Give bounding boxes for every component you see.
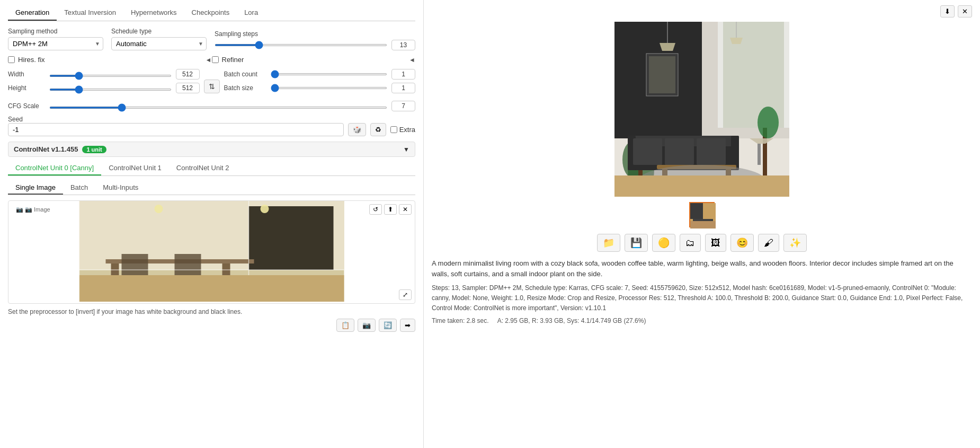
cfg-scale-slider[interactable]: [49, 107, 387, 109]
sampling-steps-slider[interactable]: [215, 44, 387, 46]
refiner-checkbox[interactable]: [212, 56, 219, 63]
sampling-method-dropdown[interactable]: DPM++ 2M ▼: [8, 37, 103, 50]
svg-marker-42: [660, 43, 675, 51]
sampling-steps-label: Sampling steps: [215, 30, 415, 38]
expand-btn[interactable]: ⤢: [399, 289, 412, 300]
schedule-type-label: Schedule type: [111, 28, 207, 35]
right-panel: ⬇ ✕: [424, 0, 980, 448]
refresh-btn[interactable]: ↺: [369, 204, 382, 215]
svg-rect-34: [614, 175, 789, 197]
schedule-type-select[interactable]: Automatic: [111, 37, 207, 50]
sampling-method-group: Sampling method DPM++ 2M ▼: [8, 28, 103, 50]
svg-rect-8: [79, 275, 344, 302]
im-tab-single[interactable]: Single Image: [8, 181, 63, 195]
schedule-type-dropdown[interactable]: Automatic ▼: [111, 37, 207, 50]
cn-tab-unit1[interactable]: ControlNet Unit 1: [101, 161, 169, 175]
svg-point-36: [758, 107, 779, 138]
seed-section: Seed -1 🎲 ♻ Extra: [8, 116, 415, 136]
tab-checkpoints[interactable]: Checkpoints: [184, 5, 237, 21]
refiner-label[interactable]: Refiner: [222, 56, 244, 64]
tab-lora[interactable]: Lora: [237, 5, 265, 21]
refiner-section: Refiner ◄: [212, 56, 416, 64]
batch-count-slider[interactable]: [271, 73, 388, 75]
tab-textual-inversion[interactable]: Textual Inversion: [57, 5, 123, 21]
width-row: Width 512: [8, 69, 200, 80]
close-btn[interactable]: ✕: [399, 204, 412, 215]
controlnet-unit-badge: 1 unit: [82, 146, 106, 153]
send-btn[interactable]: ➡: [400, 319, 415, 332]
width-value[interactable]: 512: [176, 69, 200, 80]
face-btn[interactable]: 😊: [730, 234, 754, 252]
batch-size-label: Batch size: [224, 84, 266, 92]
uploaded-image: [8, 201, 415, 302]
swap-btn[interactable]: 🔄: [379, 319, 397, 332]
batch-size-slider[interactable]: [271, 87, 388, 89]
controlnet-title: ControlNet v1.1.455: [14, 145, 78, 153]
sparkle-btn[interactable]: ✨: [783, 234, 807, 252]
height-label: Height: [8, 84, 45, 92]
recycle-btn[interactable]: ♻: [370, 123, 386, 136]
schedule-type-group: Schedule type Automatic ▼: [111, 28, 207, 50]
batch-size-value[interactable]: 1: [391, 83, 415, 93]
image-icon-btn[interactable]: 🖼: [705, 234, 726, 252]
save-btn[interactable]: 💾: [625, 234, 648, 252]
hires-collapse-btn[interactable]: ◄: [206, 56, 212, 64]
batch-count-group: Batch count 1: [224, 69, 416, 80]
brush-btn[interactable]: 🖌: [758, 234, 779, 252]
svg-rect-27: [633, 138, 662, 165]
width-slider[interactable]: [49, 75, 172, 77]
im-tab-multi[interactable]: Multi-Inputs: [95, 181, 146, 195]
tab-generation[interactable]: Generation: [8, 5, 57, 21]
clipboard-btn[interactable]: 📋: [336, 319, 354, 332]
sampling-steps-value[interactable]: 13: [391, 40, 415, 50]
hires-fix-checkbox[interactable]: [8, 56, 15, 63]
height-slider[interactable]: [49, 89, 172, 91]
time-taken: Time taken: 2.8 sec.: [432, 317, 489, 324]
seed-extra: Extra: [390, 126, 415, 134]
hires-fix-label[interactable]: Hires. fix: [18, 56, 45, 64]
dice-btn[interactable]: 🎲: [348, 123, 366, 136]
top-controls: Sampling method DPM++ 2M ▼ Schedule type…: [8, 28, 415, 50]
layers-btn[interactable]: 🗂: [680, 234, 701, 252]
extra-checkbox[interactable]: [390, 126, 397, 133]
height-value[interactable]: 512: [176, 83, 200, 93]
cn-tab-unit2[interactable]: ControlNet Unit 2: [169, 161, 237, 175]
thumbnail-1[interactable]: [689, 202, 715, 227]
generated-image-container: [432, 22, 972, 197]
im-tab-batch[interactable]: Batch: [63, 181, 95, 195]
svg-point-9: [155, 205, 163, 213]
upload-label: 📷 Image: [25, 206, 50, 213]
main-tabs: Generation Textual Inversion Hypernetwor…: [8, 5, 415, 21]
batch-count-value[interactable]: 1: [391, 69, 415, 80]
batch-size-group: Batch size 1: [224, 83, 416, 93]
model-btn[interactable]: 🟡: [652, 234, 675, 252]
extra-label[interactable]: Extra: [399, 126, 415, 134]
right-top: ⬇ ✕: [432, 5, 972, 17]
vram-info: A: 2.95 GB, R: 3.93 GB, Sys: 4.1/14.749 …: [497, 317, 646, 324]
tab-hypernetworks[interactable]: Hypernetworks: [123, 5, 184, 21]
wh-batch-section: Width 512 Height 512 ⇅: [8, 69, 415, 96]
refiner-collapse-btn[interactable]: ◄: [409, 56, 415, 64]
cn-tab-unit0[interactable]: ControlNet Unit 0 [Canny]: [8, 161, 101, 175]
controlnet-arrow: ▼: [403, 146, 409, 153]
svg-rect-37: [758, 144, 761, 165]
sampling-method-select[interactable]: DPM++ 2M: [8, 37, 103, 50]
upload-btn[interactable]: ⬆: [384, 204, 397, 215]
controlnet-header[interactable]: ControlNet v1.1.455 1 unit ▼: [8, 142, 415, 157]
image-upload-inner: 📷 📷 Image: [8, 201, 415, 303]
open-folder-btn[interactable]: 📁: [597, 234, 620, 252]
camera-btn[interactable]: 📷: [358, 319, 376, 332]
close-right-btn[interactable]: ✕: [958, 5, 972, 17]
cfg-scale-value[interactable]: 7: [391, 101, 415, 111]
minimize-btn[interactable]: ⬇: [940, 5, 955, 17]
hires-refiner-row: Hires. fix ◄ Refiner ◄: [8, 56, 415, 64]
output-metadata: Steps: 13, Sampler: DPM++ 2M, Schedule t…: [432, 283, 972, 314]
swap-dimensions-btn[interactable]: ⇅: [204, 80, 220, 93]
svg-rect-28: [665, 138, 694, 165]
svg-point-10: [261, 205, 269, 213]
output-time: Time taken: 2.8 sec. A: 2.95 GB, R: 3.93…: [432, 317, 972, 324]
hires-section: Hires. fix ◄: [8, 56, 212, 64]
svg-rect-46: [690, 203, 703, 219]
sampling-method-label: Sampling method: [8, 28, 103, 35]
seed-input[interactable]: -1: [8, 123, 344, 136]
